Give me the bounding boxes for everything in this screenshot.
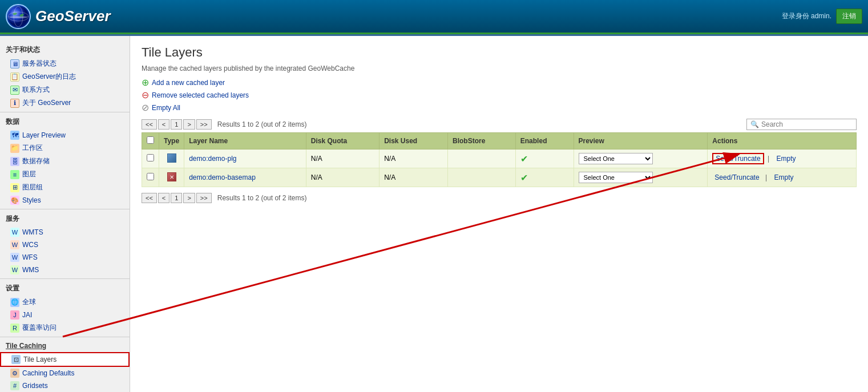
row2-preview-select[interactable]: Select One [579, 172, 653, 183]
search-icon: 🔍 [750, 120, 759, 128]
prev-page-button-bottom[interactable]: < [158, 193, 169, 203]
next-page-button-bottom[interactable]: > [183, 193, 195, 203]
table-header-row: Type Layer Name Disk Quota Disk Used Blo… [142, 133, 857, 149]
last-page-button-bottom[interactable]: >> [196, 193, 212, 203]
page-title: Tile Layers [142, 45, 857, 60]
sidebar-label-jai: JAI [22, 311, 32, 319]
row2-actions-cell: Seed/Truncate | Empty [708, 168, 857, 187]
row2-empty-link[interactable]: Empty [774, 173, 793, 181]
row1-enabled-cell: ✔ [515, 149, 574, 168]
sidebar-label-wmts: WMTS [22, 228, 43, 236]
sidebar-item-rate[interactable]: R 覆盖率访问 [0, 321, 130, 334]
sidebar-item-styles[interactable]: 🎨 Styles [0, 194, 130, 207]
row2-disk-quota-cell: N/A [306, 168, 379, 187]
sidebar-item-log[interactable]: 📋 GeoServer的日志 [0, 70, 130, 83]
row1-seed-truncate-link[interactable]: Seed/Truncate [712, 153, 764, 164]
first-page-button[interactable]: << [142, 119, 157, 130]
prev-page-button[interactable]: < [158, 119, 169, 130]
logout-button[interactable]: 注销 [836, 9, 862, 24]
user-info: 登录身份 admin. [782, 11, 831, 21]
row1-empty-link[interactable]: Empty [776, 155, 796, 163]
col-disk-quota: Disk Quota [306, 133, 379, 149]
row1-blobstore-cell [448, 149, 516, 168]
sidebar-item-wcs[interactable]: W WCS [0, 239, 130, 251]
col-layer-name: Layer Name [184, 133, 306, 149]
sidebar-item-caching-defaults[interactable]: ⚙ Caching Defaults [0, 367, 130, 379]
col-enabled: Enabled [515, 133, 574, 149]
search-input[interactable] [761, 120, 853, 128]
sidebar-label-tile-layers: Tile Layers [23, 355, 56, 363]
page-info-bottom: Results 1 to 2 (out of 2 items) [217, 194, 307, 202]
page-number-button-bottom[interactable]: 1 [171, 193, 182, 203]
sidebar-item-layers[interactable]: ≡ 图层 [0, 168, 130, 181]
row2-checkbox-cell [142, 168, 159, 187]
next-page-button[interactable]: > [183, 119, 195, 130]
sidebar-label-layergroup: 图层组 [22, 183, 43, 192]
sidebar-label-layer-preview: Layer Preview [22, 131, 66, 139]
layergroup-icon: ⊞ [10, 183, 19, 192]
sidebar-item-layergroup[interactable]: ⊞ 图层组 [0, 181, 130, 194]
bottom-toolbar: << < 1 > >> Results 1 to 2 (out of 2 ite… [142, 193, 857, 203]
sidebar-item-wms[interactable]: W WMS [0, 264, 130, 276]
sidebar-item-workspace[interactable]: 📁 工作区 [0, 142, 130, 155]
top-toolbar: << < 1 > >> Results 1 to 2 (out of 2 ite… [142, 119, 857, 130]
row2-type-icon [167, 172, 176, 181]
last-page-button[interactable]: >> [196, 119, 212, 130]
sidebar-item-contact[interactable]: ✉ 联系方式 [0, 83, 130, 96]
sidebar: 关于和状态 🖥 服务器状态 📋 GeoServer的日志 ✉ 联系方式 ℹ 关于… [0, 36, 130, 392]
table-row: demo:demo-basemap N/A N/A ✔ Select One [142, 168, 857, 187]
row2-blobstore-cell [448, 168, 516, 187]
empty-all-action: ⊘ Empty All [142, 102, 857, 113]
sidebar-item-layer-preview[interactable]: 🗺 Layer Preview [0, 129, 130, 142]
sidebar-item-global[interactable]: 🌐 全球 [0, 296, 130, 309]
page-number-button[interactable]: 1 [171, 119, 182, 130]
row1-preview-select[interactable]: Select One [579, 153, 653, 164]
sidebar-item-datastore[interactable]: 🗄 数据存储 [0, 155, 130, 168]
layer-preview-icon: 🗺 [10, 131, 19, 140]
row2-seed-truncate-link[interactable]: Seed/Truncate [712, 173, 761, 182]
sidebar-item-server-status[interactable]: 🖥 服务器状态 [0, 57, 130, 70]
contact-icon: ✉ [10, 86, 19, 95]
row2-layer-name-link[interactable]: demo:demo-basemap [189, 173, 256, 181]
sidebar-item-about[interactable]: ℹ 关于 GeoServer [0, 96, 130, 110]
col-actions: Actions [708, 133, 857, 149]
table-row: demo:demo-plg N/A N/A ✔ Select One Seed [142, 149, 857, 168]
sidebar-section-tile-caching[interactable]: Tile Caching [0, 337, 130, 352]
main-content: Tile Layers Manage the cached layers pub… [130, 36, 868, 392]
action-links: ⊕ Add a new cached layer ⊖ Remove select… [142, 77, 857, 113]
jai-icon: J [10, 310, 19, 320]
rate-icon: R [10, 324, 19, 333]
row1-layer-name-link[interactable]: demo:demo-plg [189, 155, 236, 163]
row1-actions-cell: Seed/Truncate | Empty [708, 149, 857, 168]
sidebar-item-jai[interactable]: J JAI [0, 309, 130, 321]
pagination-top: << < 1 > >> Results 1 to 2 (out of 2 ite… [142, 119, 306, 130]
remove-cached-layers-link[interactable]: Remove selected cached layers [152, 91, 249, 99]
row2-checkbox[interactable] [147, 173, 154, 180]
row1-layer-name-cell: demo:demo-plg [184, 149, 306, 168]
tile-layers-table: Type Layer Name Disk Quota Disk Used Blo… [142, 132, 857, 187]
workspace-icon: 📁 [10, 144, 19, 153]
row1-enabled-check: ✔ [520, 154, 528, 164]
add-cached-layer-link[interactable]: Add a new cached layer [152, 79, 225, 87]
search-box[interactable]: 🔍 [746, 119, 857, 130]
empty-all-link[interactable]: Empty All [152, 104, 180, 112]
row2-enabled-check: ✔ [520, 173, 528, 183]
logo-globe [6, 4, 31, 29]
sidebar-label-layers: 图层 [22, 169, 36, 179]
datastore-icon: 🗄 [10, 157, 19, 166]
col-type: Type [159, 133, 184, 149]
row1-checkbox[interactable] [147, 154, 154, 161]
sidebar-item-gridsets[interactable]: # Gridsets [0, 379, 130, 392]
sidebar-label-workspace: 工作区 [22, 143, 43, 153]
select-all-checkbox[interactable] [147, 136, 154, 144]
wms-icon: W [10, 265, 19, 274]
first-page-button-bottom[interactable]: << [142, 193, 157, 203]
col-disk-used: Disk Used [380, 133, 448, 149]
sidebar-item-wmts[interactable]: W WMTS [0, 226, 130, 239]
page-description: Manage the cached layers published by th… [142, 64, 857, 72]
sidebar-item-wfs[interactable]: W WFS [0, 251, 130, 264]
sidebar-item-tile-layers[interactable]: ⊡ Tile Layers [0, 352, 130, 367]
tile-layers-icon: ⊡ [11, 355, 21, 364]
row1-disk-used-cell: N/A [380, 149, 448, 168]
sidebar-section-data: 数据 [0, 112, 130, 129]
